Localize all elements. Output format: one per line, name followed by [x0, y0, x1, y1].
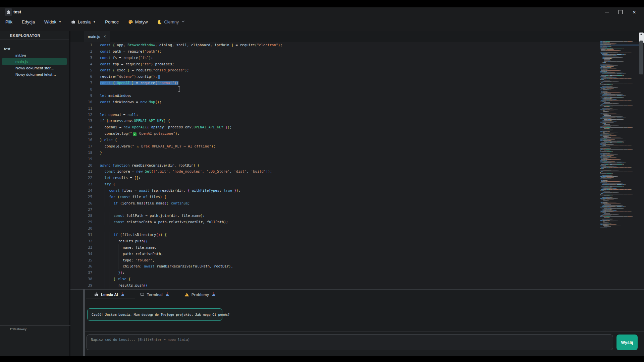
tab-close-icon[interactable]: ×: [103, 34, 106, 39]
code-token: ;: [122, 270, 124, 275]
indent-guide: [109, 213, 114, 219]
panel-divider[interactable]: [83, 289, 85, 356]
code-line[interactable]: 34path: relativePath,: [70, 251, 600, 257]
line-number: 21: [70, 168, 92, 175]
code-line[interactable]: 37});: [70, 269, 600, 276]
file-item-init-livi[interactable]: init.livi: [0, 52, 69, 58]
code-line[interactable]: 28const fullPath = path.join(dir, file.n…: [70, 213, 600, 219]
tab-main-js[interactable]: main.js ×: [84, 31, 110, 42]
code-token: let: [105, 176, 113, 180]
code-line[interactable]: 29const relativePath = path.relative(roo…: [70, 219, 600, 225]
code-token: BrowserWindow: [127, 43, 155, 47]
code-line[interactable]: 12let openai = null;: [70, 112, 600, 118]
code-line[interactable]: 22let results = [];: [70, 175, 600, 181]
code-line[interactable]: 18}: [70, 149, 600, 156]
code-line[interactable]: 35type: 'folder',: [70, 257, 600, 263]
code-line[interactable]: 21const ignore = new Set(['.git', 'node_…: [70, 168, 600, 175]
indent-guide: [118, 244, 123, 251]
code-line[interactable]: 31if (file.isDirectory()) {: [70, 232, 600, 238]
code-line-text: const { exec } = require("child_process"…: [100, 67, 189, 73]
code-line[interactable]: 17console.warn(" ⚠ Brak OPENAI_API_KEY —…: [70, 143, 600, 149]
code-line[interactable]: 8: [70, 86, 600, 93]
menu-item-ciemny[interactable]: Ciemny: [157, 19, 185, 25]
indent-guide: [114, 269, 118, 276]
pin-icon[interactable]: [211, 292, 216, 297]
code-line-text: if (file.isDirectory()) {: [100, 232, 167, 238]
menu-item-widok[interactable]: Widok▼: [44, 19, 61, 24]
code-line[interactable]: 9let mainWindow;: [70, 93, 600, 99]
line-number: 8: [70, 86, 92, 93]
indent-guide: [109, 200, 114, 206]
indent-guide: [105, 282, 109, 289]
code-line[interactable]: 16} else {: [70, 137, 600, 143]
code-token: results.push: [118, 239, 144, 243]
code-line[interactable]: 15console.log("✓ OpenAI połączone");: [70, 130, 600, 137]
close-button[interactable]: ×: [629, 7, 640, 17]
code-line[interactable]: 3const fs = require("fs");: [70, 55, 600, 61]
menu-item-edycja[interactable]: Edycja: [22, 19, 35, 24]
code-token: OpenAI: [117, 81, 130, 85]
menu-bar: PlikEdycjaWidok▼Leosia▼PomocMotywCiemny: [0, 17, 644, 31]
code-line[interactable]: 30: [70, 225, 600, 232]
line-number: 7: [70, 80, 92, 86]
code-line[interactable]: 5const { exec } = require("child_process…: [70, 67, 600, 73]
code-line[interactable]: 23try {: [70, 181, 600, 187]
menu-item-plik[interactable]: Plik: [5, 19, 12, 24]
code-line[interactable]: 4const fsp = require("fs").promises;: [70, 61, 600, 67]
chat-message-bubble: Cześć! Jestem Leosia. Mam dostęp do Twoj…: [87, 308, 222, 321]
panel-tab-problemy[interactable]: Problemy: [184, 292, 216, 297]
chat-input[interactable]: [87, 335, 613, 350]
minimize-button[interactable]: [601, 7, 612, 17]
code-line[interactable]: 1const { app, BrowserWindow, dialog, she…: [70, 42, 600, 48]
code-line[interactable]: 36children: await readDirRecursive(fullP…: [70, 263, 600, 269]
code-line[interactable]: 26if (ignore.has(file.name)) continue;: [70, 200, 600, 206]
code-token: try: [105, 182, 111, 186]
code-line[interactable]: 14openai = new OpenAI({ apiKey: process.…: [70, 124, 600, 130]
pin-icon[interactable]: [165, 292, 170, 297]
minimap[interactable]: [600, 41, 639, 276]
menu-item-leosia[interactable]: Leosia▼: [71, 19, 96, 24]
code-line[interactable]: 32results.push({: [70, 238, 600, 244]
code-line[interactable]: 38} else {: [70, 276, 600, 282]
code-token: else: [104, 138, 113, 142]
panel-tab-terminal[interactable]: Terminal: [140, 292, 170, 297]
code-line[interactable]: 33name: file.name,: [70, 244, 600, 251]
code-token: '.DS_Store': [206, 169, 230, 173]
code-line-text: require("dotenv").config();: [100, 73, 160, 80]
code-line-text: const { OpenAI } = require("openai");: [100, 80, 178, 86]
folder-item-test[interactable]: test: [0, 46, 69, 52]
code-line[interactable]: 19: [70, 156, 600, 162]
scroll-up-icon[interactable]: [640, 34, 643, 35]
code-line[interactable]: 20async function readDirRecursive(dir, r…: [70, 162, 600, 169]
code-token: readDirRecursive: [157, 264, 191, 268]
panel-tab-leosia-ai[interactable]: Leosia AI: [94, 292, 125, 297]
maximize-button[interactable]: [615, 7, 626, 17]
scrollbar-thumb[interactable]: [639, 41, 643, 74]
menu-item-pomoc[interactable]: Pomoc: [105, 19, 118, 24]
code-line[interactable]: 24const files = await fsp.readdir(dir, {…: [70, 187, 600, 194]
code-line[interactable]: 27: [70, 206, 600, 213]
indent-guide: [100, 181, 105, 187]
code-token: else: [118, 277, 126, 281]
code-line[interactable]: 13if (process.env.OPENAI_API_KEY) {: [70, 118, 600, 124]
code-line[interactable]: 6require("dotenv").config();: [70, 73, 600, 80]
code-line[interactable]: 39results.push({: [70, 282, 600, 289]
code-line[interactable]: 10const ideWindows = new Map();: [70, 99, 600, 105]
code-editor[interactable]: 1const { app, BrowserWindow, dialog, she…: [70, 42, 600, 289]
pin-icon[interactable]: [120, 292, 125, 297]
code-line[interactable]: 25for (const file of files) {: [70, 194, 600, 200]
code-line[interactable]: 2const path = require("path");: [70, 48, 600, 55]
indent-guide: [100, 251, 105, 257]
code-token: {: [146, 239, 148, 243]
code-line[interactable]: 7const { OpenAI } = require("openai");: [70, 80, 600, 86]
code-token: = require: [130, 68, 151, 72]
send-button[interactable]: Wyślij: [616, 335, 638, 350]
file-item-nowy-dokument-tekstowy-txt[interactable]: Nowy dokument tekstowy.txt: [0, 71, 69, 77]
file-item-nowy-dokument-sformatow[interactable]: ?Nowy dokument sformatow…: [0, 65, 69, 71]
screen: test × PlikEdycjaWidok▼Leosia▼PomocMotyw…: [0, 0, 644, 362]
file-item-main-js[interactable]: JSmain.js: [2, 58, 67, 65]
code-line[interactable]: 11: [70, 105, 600, 112]
indent-guide: [109, 251, 114, 257]
menu-item-motyw[interactable]: Motyw: [128, 19, 148, 24]
selection-highlight: const { OpenAI } = require("openai");: [100, 81, 178, 85]
